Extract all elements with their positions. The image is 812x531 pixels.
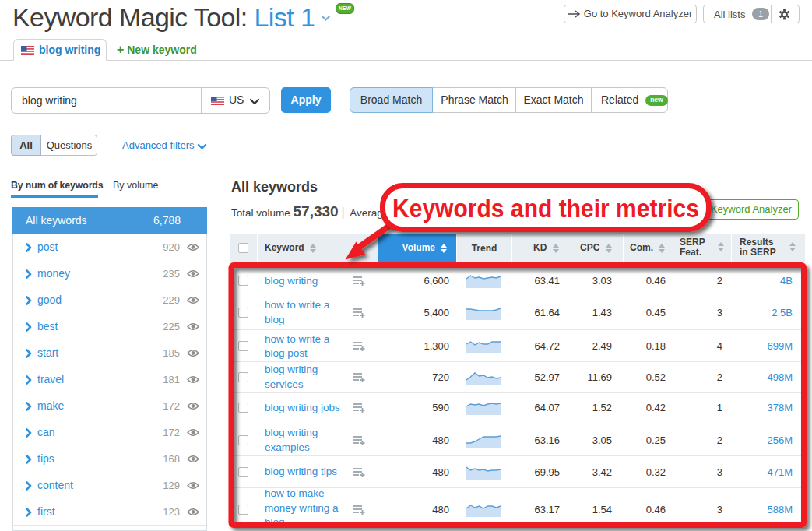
svg-text:Keywords and their metrics: Keywords and their metrics <box>392 194 699 223</box>
